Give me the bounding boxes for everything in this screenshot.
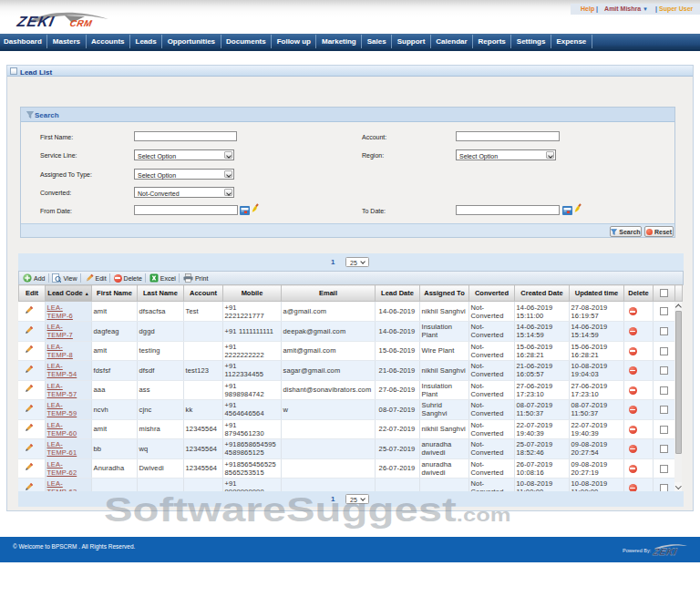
svg-text:ZEKI: ZEKI — [15, 13, 56, 29]
svg-text:ZEKI: ZEKI — [652, 546, 679, 557]
svg-text:CRM: CRM — [69, 19, 94, 29]
svg-text:Powered By:: Powered By: — [623, 548, 652, 553]
